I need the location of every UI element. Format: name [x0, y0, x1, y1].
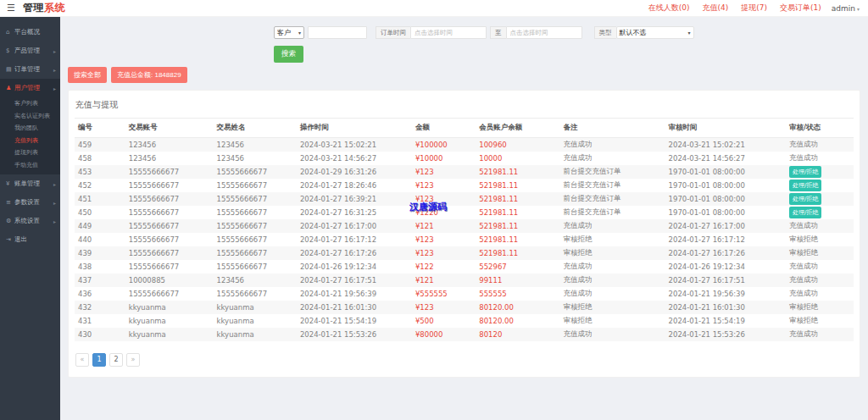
cell-amount: ¥123 — [412, 192, 476, 206]
sidebar-item-label: 订单管理 — [14, 65, 40, 74]
search-all-button[interactable]: 搜索全部 — [68, 67, 107, 83]
cell-account: 15555666677 — [125, 260, 214, 274]
time-to-group: 至 — [490, 26, 582, 39]
sidebar-subitem-实名认证列表[interactable]: 实名认证列表 — [0, 110, 60, 123]
cell-amount: ¥10000 — [412, 152, 476, 165]
sidebar-subitem-客户列表[interactable]: 客户列表 — [0, 97, 60, 110]
table-header-row: 编号交易账号交易姓名操作时间金额会员账户余额备注审核时间审核/状态 — [75, 119, 854, 138]
column-header: 操作时间 — [297, 119, 412, 138]
cell-name: 15555666677 — [214, 233, 297, 246]
cell-balance: 521981.11 — [476, 206, 559, 219]
cell-name: 123456 — [214, 138, 297, 152]
cell-status: 充值成功 — [786, 138, 854, 152]
cell-op-time: 2024-01-27 16:17:12 — [297, 233, 412, 246]
cell-account: 123456 — [125, 138, 214, 152]
sidebar-item-账单管理[interactable]: ¥账单管理▸ — [0, 174, 60, 193]
sidebar-item-平台概况[interactable]: ⌂平台概况 — [0, 23, 60, 41]
cell-balance: 521981.11 — [476, 192, 559, 206]
cell-audit-time: 2024-01-21 19:56:39 — [665, 287, 786, 301]
cell-status: 充值成功 — [786, 328, 854, 341]
sidebar-subitem-我的团队[interactable]: 我的团队 — [0, 122, 60, 135]
type-group: 类型 默认不选▾ — [594, 26, 694, 39]
pagination-prev-button[interactable]: « — [75, 353, 89, 367]
cell-audit-time: 2024-01-27 16:17:51 — [665, 274, 786, 287]
sidebar-top-items: ⌂平台概况$产品管理▸▤订单管理▸ — [0, 23, 60, 79]
topbar-link[interactable]: 充值(4) — [703, 3, 729, 14]
cell-account: 15555666677 — [125, 192, 214, 206]
main-content: 客户▾ 订单时间 至 类型 默认不选▾ 搜索 搜索全部 充值总金额: 18488… — [60, 17, 868, 420]
user-menu[interactable]: admin▾ — [832, 4, 860, 13]
process-reject-button[interactable]: 处理/拒绝 — [789, 166, 821, 178]
sidebar-item-产品管理[interactable]: $产品管理▸ — [0, 41, 60, 60]
sidebar-subitem-充值列表[interactable]: 充值列表 — [0, 135, 60, 147]
sidebar-item-退出[interactable]: ⇥退出 — [0, 230, 60, 249]
cell-status: 处理/拒绝 — [786, 165, 854, 179]
cell-amount: ¥121 — [412, 219, 476, 233]
sidebar-item-参数设置[interactable]: ≡参数设置▸ — [0, 193, 60, 212]
process-reject-button[interactable]: 处理/拒绝 — [789, 207, 821, 218]
cell-op-time: 2024-01-26 19:12:34 — [297, 260, 412, 274]
cell-account: 15555666677 — [125, 179, 214, 192]
cell-id: 437 — [75, 274, 125, 287]
cell-remark: 审核拒绝 — [560, 301, 665, 314]
cell-name: 15555666677 — [214, 287, 297, 301]
cell-amount: ¥123 — [412, 301, 476, 314]
sidebar-item-订单管理[interactable]: ▤订单管理▸ — [0, 60, 60, 79]
keyword-input[interactable] — [308, 26, 367, 39]
cell-audit-time: 2024-01-21 15:53:26 — [665, 328, 786, 341]
sidebar-item-系统设置[interactable]: ⚙系统设置▸ — [0, 212, 60, 230]
type-select[interactable]: 默认不选▾ — [616, 26, 694, 39]
cell-remark: 审核拒绝 — [560, 314, 665, 328]
cell-amount: ¥122 — [412, 260, 476, 274]
pagination-next-button[interactable]: » — [126, 353, 140, 367]
cell-audit-time: 2024-01-27 16:17:26 — [665, 246, 786, 260]
table-row: 430kkyuanmakkyuanma2024-01-21 15:53:26¥8… — [75, 328, 854, 341]
process-reject-button[interactable]: 处理/拒绝 — [789, 180, 821, 191]
sidebar-submenu: 客户列表实名认证列表我的团队充值列表提现列表手动充值 — [0, 97, 60, 171]
table-row: 4581234561234562024-03-21 14:56:27¥10000… — [75, 152, 854, 165]
sidebar-subitem-提现列表[interactable]: 提现列表 — [0, 146, 60, 159]
cell-op-time: 2024-01-27 16:17:26 — [297, 246, 412, 260]
cell-audit-time: 2024-01-21 15:54:19 — [665, 314, 786, 328]
sidebar-subitem-手动充值[interactable]: 手动充值 — [0, 159, 60, 172]
pagination-page-2[interactable]: 2 — [109, 353, 123, 367]
cell-amount: ¥555555 — [412, 287, 476, 301]
sidebar: ⌂平台概况$产品管理▸▤订单管理▸ ♟ 用户管理 ▸ 客户列表实名认证列表我的团… — [0, 17, 60, 420]
cell-status: 审核拒绝 — [786, 233, 854, 246]
app-title: 管理系统 — [23, 1, 65, 15]
process-reject-button[interactable]: 处理/拒绝 — [789, 193, 821, 205]
hamburger-icon[interactable]: ☰ — [7, 3, 15, 13]
to-label: 至 — [490, 26, 506, 39]
topbar-link[interactable]: 提现(7) — [741, 3, 767, 14]
topbar-link[interactable]: 在线人数(0) — [648, 3, 690, 14]
sidebar-item-user-management[interactable]: ♟ 用户管理 ▸ — [0, 79, 60, 97]
recharge-card: 充值与提现 编号交易账号交易姓名操作时间金额会员账户余额备注审核时间审核/状态 … — [68, 90, 860, 378]
cell-status: 处理/拒绝 — [786, 206, 854, 219]
summary-buttons: 搜索全部 充值总金额: 1848829 — [68, 67, 868, 83]
search-field-select[interactable]: 客户▾ — [274, 26, 304, 39]
type-label: 类型 — [594, 26, 616, 39]
topbar-link[interactable]: 交易订单(1) — [780, 3, 821, 14]
cell-remark: 充值成功 — [560, 274, 665, 287]
cell-amount: ¥100000 — [412, 138, 476, 152]
cell-status: 充值成功 — [786, 219, 854, 233]
arrow-right-icon: ▸ — [53, 181, 56, 187]
search-button[interactable]: 搜索 — [274, 46, 303, 63]
column-header: 交易账号 — [125, 119, 214, 138]
total-recharge-amount-button[interactable]: 充值总金额: 1848829 — [111, 67, 187, 83]
column-header: 审核时间 — [665, 119, 786, 138]
recharge-table: 编号交易账号交易姓名操作时间金额会员账户余额备注审核时间审核/状态 459123… — [75, 118, 854, 341]
table-row: 45115555666677155556666772024-01-27 16:3… — [75, 192, 854, 206]
pagination-page-1[interactable]: 1 — [92, 353, 106, 367]
time-to-input[interactable] — [506, 26, 582, 39]
cell-balance: 555555 — [476, 287, 559, 301]
cell-name: kkyuanma — [214, 328, 297, 341]
cell-amount: ¥123 — [412, 233, 476, 246]
cell-remark: 充值成功 — [560, 138, 665, 152]
cell-op-time: 2024-01-21 16:01:30 — [297, 301, 412, 314]
table-body: 4591234561234562024-03-21 15:02:21¥10000… — [75, 138, 854, 341]
time-from-input[interactable] — [410, 26, 487, 39]
cell-id: 438 — [75, 260, 125, 274]
cell-id: 440 — [75, 233, 125, 246]
cell-audit-time: 2024-03-21 14:56:27 — [665, 152, 786, 165]
